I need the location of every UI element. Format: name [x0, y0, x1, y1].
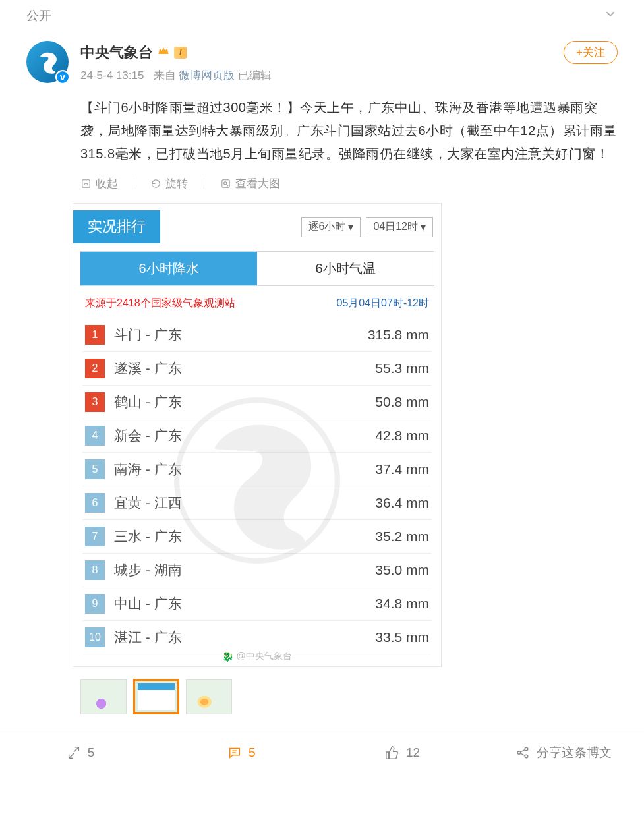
collapse-icon: [80, 178, 92, 189]
author-row: 中央气象台 I +关注: [80, 41, 618, 64]
rank-row: 6宜黄 - 江西36.4 mm: [82, 486, 432, 520]
rank-row: 9中山 - 广东34.8 mm: [82, 587, 432, 621]
time-select-label: 04日12时: [373, 220, 418, 234]
thumbnail-strip: [0, 672, 644, 714]
svg-line-12: [520, 749, 525, 752]
tab-precip: 6小时降水: [80, 252, 257, 285]
rank-list: 1斗门 - 广东315.8 mm 2遂溪 - 广东55.3 mm 3鹤山 - 广…: [73, 316, 441, 666]
separator: [134, 179, 134, 189]
visibility-bar: 公开: [0, 0, 644, 31]
rank-location: 南海 - 广东: [114, 460, 182, 479]
period-select-label: 逐6小时: [308, 220, 346, 234]
svg-line-3: [227, 185, 228, 186]
rank-location: 遂溪 - 广东: [114, 359, 182, 378]
rank-badge: 10: [85, 627, 105, 647]
collapse-button[interactable]: 收起: [80, 176, 118, 191]
like-icon: [385, 745, 399, 760]
thumbnail-3[interactable]: [186, 679, 232, 714]
rank-row: 10湛江 - 广东33.5 mm: [82, 621, 432, 654]
rank-badge: 9: [85, 594, 105, 614]
rank-value: 315.8 mm: [368, 327, 429, 343]
period-select: 逐6小时▾: [301, 217, 361, 237]
author-name[interactable]: 中央气象台: [80, 43, 153, 63]
embed-header: 实况排行 逐6小时▾ 04日12时▾: [73, 204, 441, 243]
ranking-tab: 实况排行: [73, 210, 160, 243]
share-icon: [515, 745, 530, 760]
rank-row: 8城步 - 湖南35.0 mm: [82, 554, 432, 587]
rank-value: 33.5 mm: [375, 629, 429, 645]
svg-rect-0: [82, 180, 90, 187]
rank-badge: 2: [85, 359, 105, 378]
crown-icon: [157, 44, 170, 61]
rank-badge: 4: [85, 426, 105, 446]
verified-badge-icon: v: [55, 70, 70, 84]
mode-tabs: 6小时降水 6小时气温: [80, 251, 434, 286]
rank-badge: 6: [85, 493, 105, 513]
rank-location: 湛江 - 广东: [114, 628, 182, 647]
data-time-range: 05月04日07时-12时: [336, 297, 429, 310]
rank-location: 三水 - 广东: [114, 527, 182, 546]
rank-location: 城步 - 湖南: [114, 561, 182, 579]
chevron-down-icon: ▾: [348, 221, 353, 233]
follow-button[interactable]: +关注: [564, 41, 618, 64]
post-source-link[interactable]: 微博网页版: [179, 69, 235, 82]
comment-count: 5: [249, 745, 256, 760]
rank-badge: 8: [85, 560, 105, 580]
rotate-button[interactable]: 旋转: [150, 176, 188, 191]
share-label: 分享这条博文: [537, 744, 612, 761]
svg-line-13: [520, 753, 525, 756]
svg-line-6: [69, 753, 73, 758]
rank-badge: 5: [85, 459, 105, 479]
embed-selectors: 逐6小时▾ 04日12时▾: [301, 217, 434, 237]
view-large-button[interactable]: 查看大图: [220, 176, 280, 191]
rank-location: 斗门 - 广东: [114, 326, 182, 344]
post-time[interactable]: 24-5-4 13:15: [80, 69, 144, 82]
rotate-label: 旋转: [165, 176, 188, 191]
thumbnail-2[interactable]: [133, 679, 179, 714]
chevron-down-icon[interactable]: [603, 7, 618, 24]
separator: [204, 179, 204, 189]
rotate-icon: [150, 178, 161, 189]
avatar[interactable]: v: [26, 41, 69, 83]
zoom-icon: [220, 178, 231, 189]
repost-button[interactable]: 5: [0, 732, 161, 773]
repost-count: 5: [88, 745, 95, 760]
rank-row: 2遂溪 - 广东55.3 mm: [82, 352, 432, 386]
rank-row: 5南海 - 广东37.4 mm: [82, 453, 432, 486]
repost-icon: [67, 745, 81, 760]
rank-row: 7三水 - 广东35.2 mm: [82, 520, 432, 554]
rank-value: 35.2 mm: [375, 529, 429, 544]
collapse-label: 收起: [96, 176, 118, 191]
svg-line-5: [74, 747, 78, 752]
comment-button[interactable]: 5: [161, 732, 322, 773]
rank-badge: 1: [85, 325, 105, 345]
svg-rect-1: [222, 180, 229, 187]
rank-row: 3鹤山 - 广东50.8 mm: [82, 386, 432, 419]
like-button[interactable]: 12: [322, 732, 483, 773]
tab-temp: 6小时气温: [257, 252, 434, 285]
embedded-image[interactable]: 实况排行 逐6小时▾ 04日12时▾ 6小时降水 6小时气温 来源于2418个国…: [73, 203, 442, 667]
rank-location: 鹤山 - 广东: [114, 393, 182, 411]
rank-badge: 7: [85, 527, 105, 546]
level-badge: I: [174, 47, 187, 59]
view-large-label: 查看大图: [235, 176, 280, 191]
data-source-label: 来源于2418个国家级气象观测站: [85, 297, 235, 310]
thumbnail-1[interactable]: [80, 679, 127, 714]
chevron-down-icon: ▾: [421, 221, 426, 233]
comment-icon: [227, 745, 242, 760]
rank-value: 35.0 mm: [375, 562, 429, 578]
post: v 中央气象台 I +关注 24-5-4 13:15 来自 微博网页版 已编辑 …: [0, 31, 644, 191]
post-footer: 5 5 12 分享这条博文: [0, 732, 644, 773]
edited-label: 已编辑: [238, 69, 272, 82]
rank-value: 42.8 mm: [375, 428, 429, 444]
rank-location: 新会 - 广东: [114, 426, 182, 445]
watermark-text: 🐉@中央气象台: [222, 651, 291, 662]
rank-row: 4新会 - 广东42.8 mm: [82, 419, 432, 453]
rank-badge: 3: [85, 392, 105, 412]
like-count: 12: [406, 745, 420, 760]
rank-value: 37.4 mm: [375, 461, 429, 477]
meta-from-prefix: 来自: [154, 69, 176, 82]
post-meta: 24-5-4 13:15 来自 微博网页版 已编辑: [80, 68, 618, 83]
share-button[interactable]: 分享这条博文: [483, 732, 644, 773]
rank-location: 宜黄 - 江西: [114, 494, 182, 512]
